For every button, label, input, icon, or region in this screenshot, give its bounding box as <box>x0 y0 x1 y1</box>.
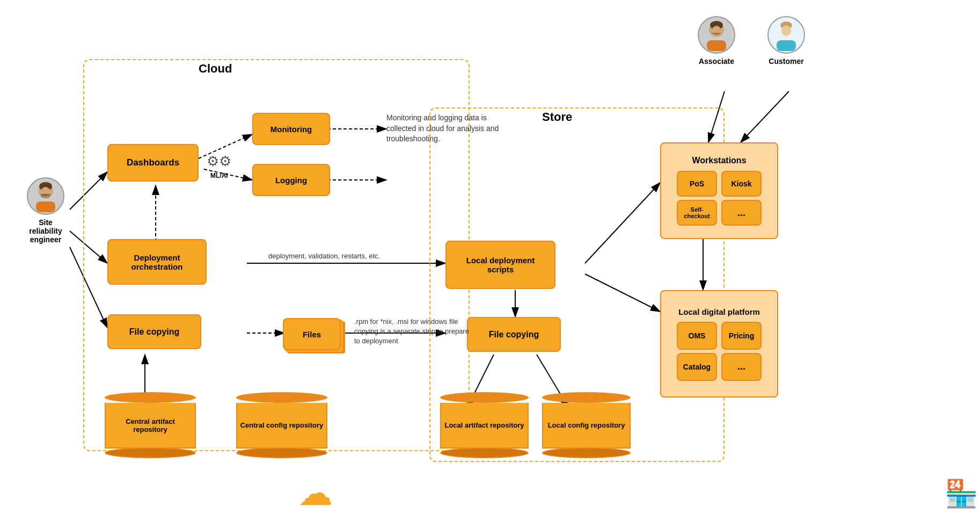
local-artifact-cylinder: Local artifact repository <box>440 392 529 458</box>
dots1-box: ... <box>721 200 762 226</box>
svg-line-20 <box>741 91 789 142</box>
sre-avatar: Site reliability engineer <box>27 177 64 244</box>
pricing-box: Pricing <box>721 322 762 350</box>
svg-point-33 <box>781 25 791 36</box>
self-checkout-box: Self-checkout <box>677 200 717 226</box>
logging-box: Logging <box>252 164 330 196</box>
oms-box: OMS <box>677 322 717 350</box>
cloud-decoration: ☁ <box>298 473 333 513</box>
cloud-label: Cloud <box>199 62 232 76</box>
local-config-cylinder: Local config repository <box>542 392 631 458</box>
deployment-note: deployment, validation, restarts, etc. <box>268 251 380 261</box>
workstations-label: Workstations <box>692 156 746 165</box>
mlai-icon: ⚙⚙ <box>207 153 231 170</box>
store-label: Store <box>542 110 572 124</box>
workstations-outer: Workstations PoS Kiosk Self-checkout ... <box>660 142 778 239</box>
diagram-container: Cloud Store Site reliability engineer <box>0 0 980 520</box>
local-deployment-scripts-box: Local deployment scripts <box>445 241 555 289</box>
customer-label: Customer <box>769 57 803 66</box>
files-box: Files <box>283 318 341 350</box>
dashboards-box: Dashboards <box>107 144 199 182</box>
svg-rect-34 <box>777 40 796 51</box>
local-digital-platform-outer: Local digital platform OMS Pricing Catal… <box>660 290 778 398</box>
kiosk-box: Kiosk <box>721 171 762 197</box>
sre-avatar-circle <box>27 177 64 215</box>
customer-circle <box>767 16 805 54</box>
dots2-box: ... <box>721 353 762 381</box>
monitoring-box: Monitoring <box>252 113 330 145</box>
svg-rect-26 <box>36 201 55 212</box>
monitoring-note: Monitoring and logging data is collected… <box>386 113 515 145</box>
file-copying-store-box: File copying <box>467 317 561 352</box>
store-icon: 🏪 <box>945 478 978 509</box>
catalog-box: Catalog <box>677 353 717 381</box>
pos-box: PoS <box>677 171 717 197</box>
mlai-label: ML/AI <box>210 172 228 179</box>
local-digital-platform-label: Local digital platform <box>678 307 760 316</box>
associate-label: Associate <box>699 57 734 66</box>
associate-avatar: Associate <box>698 16 735 66</box>
sre-label: Site reliability engineer <box>29 218 62 244</box>
associate-circle <box>698 16 735 54</box>
customer-avatar: Customer <box>767 16 805 66</box>
central-config-cylinder: Central config repository <box>236 392 327 458</box>
files-stack: Files <box>283 318 341 350</box>
svg-rect-31 <box>707 40 726 51</box>
deployment-orchestration-box: Deployment orchestration <box>107 239 207 285</box>
central-artifact-cylinder: Central artifact repository <box>105 392 196 458</box>
file-copying-cloud-box: File copying <box>107 314 201 349</box>
file-note: .rpm for *nix, .msi for windows file cop… <box>354 317 472 346</box>
